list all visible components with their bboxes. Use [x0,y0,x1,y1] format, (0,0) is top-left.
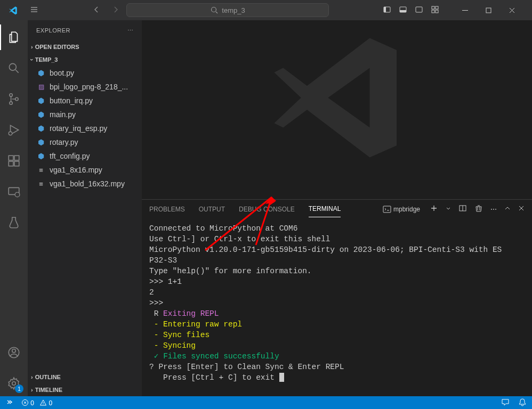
chevron-right-icon: › [31,374,33,380]
window-close-button[interactable] [500,0,523,20]
terminal-cursor [279,373,284,382]
nav-forward-button[interactable] [111,5,120,15]
svg-rect-2 [384,7,386,12]
layout-sidebar-left-icon[interactable] [383,5,391,15]
remote-button[interactable] [5,398,14,408]
image-file-icon: ▨ [36,83,46,91]
activity-bar: 1 [0,20,28,396]
search-icon [210,6,219,14]
split-terminal-button[interactable] [458,204,467,214]
feedback-button[interactable] [501,398,510,408]
tab-terminal[interactable]: TERMINAL [309,201,341,217]
activity-settings[interactable]: 1 [0,371,28,396]
terminal-output[interactable]: Connected to MicroPython at COM6 Use Ctr… [142,219,532,396]
svg-rect-4 [400,10,406,12]
file-item[interactable]: ⬢button_irq.py [28,94,142,108]
chevron-down-icon: › [29,59,35,61]
tab-output[interactable]: OUTPUT [199,201,225,217]
kill-terminal-button[interactable] [474,204,483,214]
activity-remote[interactable] [0,179,28,204]
python-file-icon: ⬢ [36,110,46,119]
notifications-button[interactable] [518,398,527,408]
svg-point-15 [9,132,12,135]
new-terminal-button[interactable] [430,204,438,214]
svg-point-13 [10,102,12,104]
activity-explorer[interactable] [0,24,28,50]
panel-close-button[interactable] [518,205,525,213]
timeline-section[interactable]: › TIMELINE [28,383,142,396]
activity-search[interactable] [0,55,28,81]
titlebar: temp_3 [0,0,532,20]
svg-rect-5 [416,7,422,12]
file-item[interactable]: ⬢rotary_irq_esp.py [28,121,142,135]
file-item[interactable]: ⬢main.py [28,108,142,121]
layout-customize-icon[interactable] [431,5,439,15]
svg-point-14 [15,97,18,100]
activity-source-control[interactable] [0,86,28,112]
terminal-selector[interactable]: mpbridge [381,204,422,215]
file-name: vga1_bold_16x32.mpy [50,179,125,188]
svg-rect-19 [14,156,19,160]
svg-rect-25 [383,206,391,212]
explorer-title: EXPLORER [36,27,70,34]
layout-sidebar-right-icon[interactable] [415,5,423,15]
svg-rect-6 [432,6,434,9]
settings-badge: 1 [15,385,23,393]
file-item[interactable]: ≡vga1_8x16.mpy [28,163,142,177]
activity-testing[interactable] [0,210,28,235]
python-file-icon: ⬢ [36,138,46,146]
svg-rect-7 [436,6,438,9]
file-item[interactable]: ⬢boot.py [28,66,142,80]
python-file-icon: ⬢ [36,124,46,133]
panel-maximize-button[interactable] [504,205,511,213]
file-name: boot.py [50,69,74,77]
svg-rect-16 [9,156,13,160]
svg-point-11 [9,63,16,70]
command-center-search[interactable]: temp_3 [126,3,329,17]
svg-point-21 [15,192,20,197]
binary-file-icon: ≡ [36,166,46,174]
vscode-logo-icon [9,5,18,15]
nav-back-button[interactable] [92,5,101,15]
svg-point-23 [12,349,16,353]
open-editors-section[interactable]: › OPEN EDITORS [28,40,142,53]
file-item[interactable]: ⬢rotary.py [28,135,142,149]
status-bar: 0 0 [0,396,532,409]
svg-rect-8 [432,10,434,13]
tab-problems[interactable]: PROBLEMS [149,201,185,217]
file-item[interactable]: ▨bpi_logo_png-8_218_... [28,80,142,94]
tab-debug-console[interactable]: DEBUG CONSOLE [239,201,295,217]
chevron-right-icon: › [31,387,33,393]
terminal-dropdown-button[interactable] [446,206,451,213]
activity-extensions[interactable] [0,148,28,174]
window-minimize-button[interactable] [453,0,477,20]
activity-run-debug[interactable] [0,117,28,143]
menu-button[interactable] [30,5,38,15]
binary-file-icon: ≡ [36,180,46,188]
panel-more-button[interactable]: ⋯ [490,206,497,213]
svg-rect-18 [14,161,19,166]
bottom-panel: PROBLEMS OUTPUT DEBUG CONSOLE TERMINAL m… [142,199,532,396]
layout-panel-icon[interactable] [399,5,407,15]
python-file-icon: ⬢ [36,69,46,77]
svg-point-24 [12,382,16,386]
python-file-icon: ⬢ [36,96,46,105]
file-name: rotary_irq_esp.py [50,124,107,133]
svg-rect-9 [436,10,438,13]
file-name: button_irq.py [50,96,93,105]
file-name: bpi_logo_png-8_218_... [50,83,128,91]
file-name: tft_config.py [50,152,90,160]
explorer-more-button[interactable]: ⋯ [127,27,134,34]
window-maximize-button[interactable] [477,0,500,20]
svg-rect-17 [9,161,13,166]
file-item[interactable]: ⬢tft_config.py [28,149,142,163]
python-file-icon: ⬢ [36,152,46,160]
problems-status[interactable]: 0 0 [21,399,52,407]
svg-point-0 [212,7,216,12]
outline-section[interactable]: › OUTLINE [28,371,142,383]
file-item[interactable]: ≡vga1_bold_16x32.mpy [28,177,142,191]
editor-background [142,20,532,199]
activity-account[interactable] [0,340,28,365]
folder-section[interactable]: › TEMP_3 [28,53,142,66]
search-placeholder: temp_3 [222,6,245,14]
